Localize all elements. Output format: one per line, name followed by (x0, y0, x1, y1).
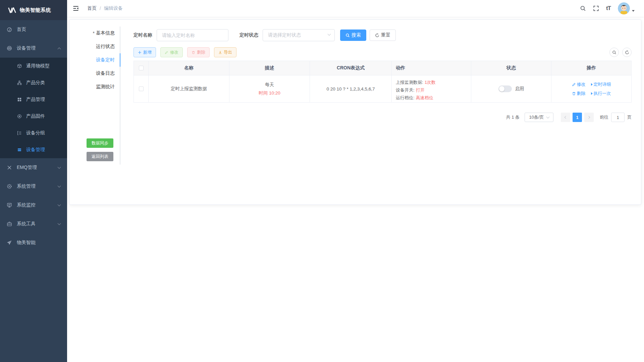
chevron-down-icon (58, 184, 61, 187)
breadcrumb-home[interactable]: 首页 (87, 5, 97, 11)
refresh-icon (375, 33, 379, 38)
user-menu[interactable] (618, 2, 635, 14)
table-row: 定时上报监测数据 每天 时间 10:20 0 20 10 ? * 1,2,3,4… (134, 75, 631, 103)
chevron-down-icon (58, 165, 61, 169)
tab-device-log[interactable]: 设备日志 (76, 67, 120, 80)
total-count: 共 1 条 (506, 114, 520, 120)
refresh-icon (625, 50, 629, 55)
page-size-select[interactable]: 10条/页 (525, 113, 553, 122)
table-header-row: 名称 描述 CRON表达式 动作 状态 操作 (134, 61, 631, 75)
sidebar-item-product-category[interactable]: 产品分类 (0, 74, 67, 91)
timer-name-input[interactable] (157, 29, 228, 41)
sidebar-item-wumei[interactable]: 物美智能 (0, 233, 67, 252)
sidebar-item-product-firmware[interactable]: 产品固件 (0, 108, 67, 125)
tab-label: 基本信息 (96, 30, 115, 36)
cell-desc: 每天 时间 10:20 (229, 75, 310, 102)
chevron-down-icon (328, 33, 331, 36)
current-page-button[interactable]: 1 (573, 113, 582, 122)
chevron-left-icon (565, 116, 567, 119)
gear-icon (7, 184, 12, 189)
grid-icon (17, 97, 22, 102)
avatar[interactable] (618, 2, 630, 14)
sidebar-item-label: 产品固件 (26, 113, 60, 119)
reset-button[interactable]: 重置 (370, 29, 396, 41)
row-checkbox[interactable] (139, 86, 144, 91)
tab-device-timer[interactable]: 设备定时 (76, 53, 120, 67)
fullscreen-icon[interactable] (593, 5, 599, 11)
row-timer-detail-link[interactable]: 定时详细 (591, 81, 611, 87)
search-button[interactable]: 搜索 (340, 29, 366, 41)
sidebar-item-device-mgmt-sub[interactable]: 设备管理 (0, 141, 67, 158)
chevron-down-icon (546, 115, 549, 118)
device-submenu: 通用物模型 产品分类 产品管理 产品固件 设备分组 (0, 58, 67, 158)
toggle-search-button[interactable] (609, 48, 619, 57)
sidebar-item-home[interactable]: 首页 (0, 20, 67, 39)
col-ops: 操作 (551, 61, 631, 75)
filter-form: 定时名称 定时状态 请选择定时状态 搜索 重置 (133, 29, 632, 41)
cell-status: 启用 (471, 75, 551, 102)
col-action: 动作 (392, 61, 471, 75)
tabs-divider (120, 26, 120, 165)
breadcrumb-separator: / (100, 6, 101, 11)
timer-name-label: 定时名称 (133, 32, 152, 38)
refresh-button[interactable] (622, 48, 632, 57)
sidebar-item-device-mgmt[interactable]: 设备管理 (0, 39, 67, 58)
sidebar-item-label: 物美智能 (17, 240, 60, 246)
sidebar-item-thing-model[interactable]: 通用物模型 (0, 58, 67, 74)
emq-icon (7, 165, 12, 170)
tab-run-status[interactable]: 运行状态 (76, 40, 120, 53)
row-delete-link[interactable]: 删除 (572, 90, 586, 97)
device-sphere-icon (7, 46, 12, 51)
action-value: 打开 (416, 86, 425, 94)
timer-status-select[interactable]: 请选择定时状态 (263, 29, 335, 41)
topbar: 首页 / 编辑设备 tT (67, 0, 644, 17)
page-unit-label: 页 (627, 114, 632, 120)
chevron-down-icon (58, 203, 61, 206)
row-modify-link[interactable]: 修改 (572, 81, 586, 87)
export-button[interactable]: 导出 (214, 47, 236, 57)
firmware-icon (17, 114, 22, 119)
sidebar-item-system-tools[interactable]: 系统工具 (0, 215, 67, 233)
search-icon[interactable] (580, 5, 586, 11)
sidebar-item-label: 产品分类 (26, 80, 60, 86)
plus-icon (138, 51, 142, 54)
app-logo[interactable]: 物美智能系统 (0, 0, 67, 20)
tab-basic-info[interactable]: * 基本信息 (76, 26, 120, 40)
col-status: 状态 (471, 61, 551, 75)
desc-primary: 每天 (265, 82, 274, 88)
chevron-right-icon (587, 116, 590, 119)
pencil-icon (165, 51, 168, 54)
modify-button[interactable]: 修改 (160, 47, 183, 57)
row-run-once-link[interactable]: 执行一次 (591, 90, 611, 97)
goto-page-input[interactable] (611, 113, 625, 122)
tab-monitor-stats[interactable]: 监测统计 (76, 80, 120, 94)
prev-page-button[interactable] (561, 113, 570, 122)
back-to-list-button[interactable]: 返回列表 (87, 152, 113, 161)
action-label: 运行档位: (396, 94, 415, 101)
tree-icon (17, 80, 22, 85)
sidebar-item-system-monitor[interactable]: 系统监控 (0, 196, 67, 215)
add-button[interactable]: 新增 (133, 47, 156, 57)
data-sync-button[interactable]: 数据同步 (87, 138, 113, 148)
status-toggle[interactable] (498, 85, 512, 92)
breadcrumb-current: 编辑设备 (104, 5, 123, 11)
sidebar-item-device-group[interactable]: 设备分组 (0, 125, 67, 141)
col-name: 名称 (149, 61, 229, 75)
sidebar-item-label: 系统工具 (17, 221, 58, 227)
next-page-button[interactable] (584, 113, 594, 122)
sidebar-item-product-mgmt[interactable]: 产品管理 (0, 91, 67, 108)
sidebar-item-label: 系统管理 (17, 183, 58, 189)
tab-active-indicator (120, 53, 120, 67)
sidebar-item-emq[interactable]: EMQ管理 (0, 158, 67, 177)
collapse-sidebar-icon[interactable] (67, 0, 85, 17)
trash-icon (572, 92, 576, 96)
col-cron: CRON表达式 (310, 61, 392, 75)
topbar-actions: tT (580, 2, 644, 14)
delete-button[interactable]: 删除 (187, 47, 210, 57)
device-edit-card: * 基本信息 运行状态 设备定时 设备日志 监测统计 数据同步 返回列表 定时名… (69, 19, 641, 205)
sidebar-item-system-mgmt[interactable]: 系统管理 (0, 177, 67, 196)
chevron-up-icon (58, 47, 61, 51)
select-all-checkbox[interactable] (139, 66, 144, 70)
font-size-icon[interactable]: tT (606, 5, 611, 12)
pencil-icon (572, 82, 576, 86)
